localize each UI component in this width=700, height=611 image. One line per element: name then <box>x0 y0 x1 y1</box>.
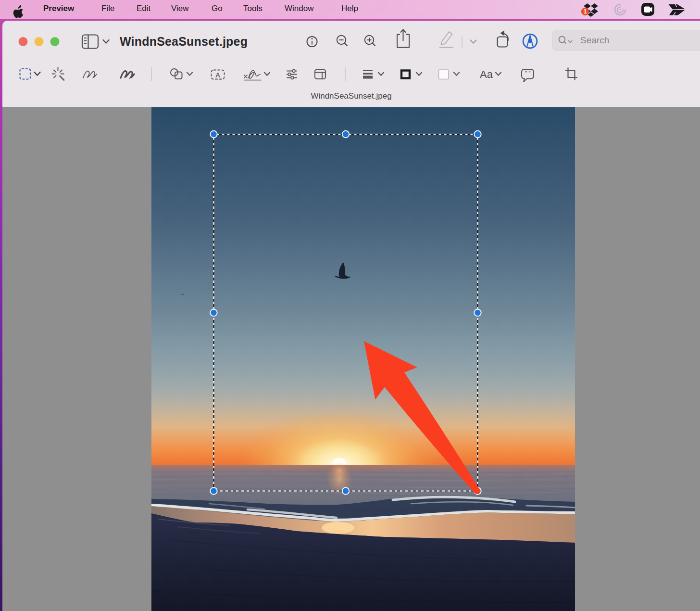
svg-text:A: A <box>215 71 220 79</box>
svg-text:”: ” <box>529 70 531 77</box>
svg-text:”: ” <box>525 70 527 77</box>
svg-text:Aa: Aa <box>480 68 493 80</box>
svg-text:1: 1 <box>584 8 587 15</box>
